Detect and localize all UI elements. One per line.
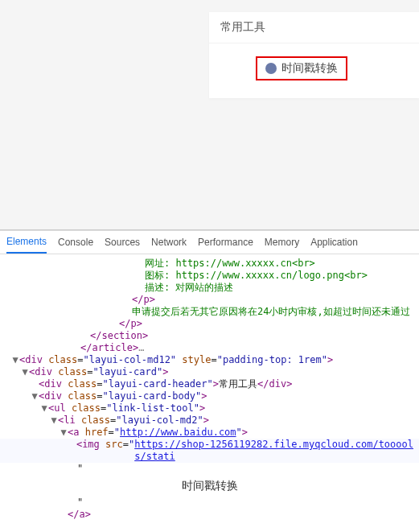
dom-text-quote[interactable]: " bbox=[0, 463, 419, 475]
tab-network[interactable]: Network bbox=[151, 232, 187, 253]
tool-icon bbox=[265, 63, 277, 74]
dom-tree[interactable]: 网址: https://www.xxxxx.cn<br> 图标: https:/… bbox=[0, 254, 419, 521]
collapse-icon[interactable]: ▼ bbox=[31, 390, 39, 402]
dom-text-node[interactable]: 时间戳转换 bbox=[0, 475, 419, 497]
collapse-icon[interactable]: ▼ bbox=[21, 366, 29, 378]
dom-card-body[interactable]: ▼ <div class="layui-card-body"> bbox=[0, 390, 419, 402]
card-header: 常用工具 bbox=[209, 12, 419, 43]
dom-line[interactable]: 描述: 对网站的描述 bbox=[0, 282, 419, 294]
tab-application[interactable]: Application bbox=[310, 232, 358, 253]
tab-console[interactable]: Console bbox=[58, 232, 93, 253]
dom-line[interactable]: </p> bbox=[0, 318, 419, 330]
dom-div-md12[interactable]: ▼ <div class="layui-col-md12" style="pad… bbox=[0, 354, 419, 366]
collapse-icon[interactable]: ▼ bbox=[60, 427, 68, 439]
dom-img[interactable]: <img src="https://shop-1256119282.file.m… bbox=[0, 439, 419, 463]
timestamp-tool-link[interactable]: 时间戳转换 bbox=[256, 56, 347, 80]
tool-card: 常用工具 时间戳转换 bbox=[209, 12, 419, 98]
tab-elements[interactable]: Elements bbox=[6, 231, 47, 254]
dom-ul[interactable]: ▼ <ul class="link-list-tool"> bbox=[0, 402, 419, 414]
dom-card-header-line[interactable]: <div class="layui-card-header">常用工具</div… bbox=[0, 378, 419, 390]
collapse-icon[interactable]: ▼ bbox=[40, 402, 48, 414]
dom-line[interactable]: 申请提交后若无其它原因将在24小时内审核,如超过时间还未通过 bbox=[0, 306, 419, 318]
tab-performance[interactable]: Performance bbox=[198, 232, 253, 253]
tab-sources[interactable]: Sources bbox=[105, 232, 140, 253]
dom-line[interactable]: </article>… bbox=[0, 342, 419, 354]
dom-line[interactable]: </p> bbox=[0, 294, 419, 306]
collapse-icon[interactable]: ▼ bbox=[11, 354, 19, 366]
tool-label: 时间戳转换 bbox=[281, 61, 338, 76]
dom-a[interactable]: ▼ <a href="http://www.baidu.com"> bbox=[0, 427, 419, 439]
dom-div-card[interactable]: ▼ <div class="layui-card"> bbox=[0, 366, 419, 378]
href-link[interactable]: http://www.baidu.com bbox=[120, 427, 236, 439]
card-body: 时间戳转换 bbox=[209, 43, 419, 98]
dom-li[interactable]: ▼ <li class="layui-col-md2"> bbox=[0, 414, 419, 427]
devtools-tabs: Elements Console Sources Network Perform… bbox=[0, 230, 419, 254]
tab-memory[interactable]: Memory bbox=[265, 232, 299, 253]
dom-a-close[interactable]: </a> bbox=[0, 509, 419, 521]
dom-line[interactable]: 网址: https://www.xxxxx.cn<br> bbox=[0, 258, 419, 270]
src-link[interactable]: https://shop-1256119282.file.myqcloud.co… bbox=[134, 439, 419, 463]
dom-line[interactable]: 图标: https://www.xxxxx.cn/logo.png<br> bbox=[0, 270, 419, 282]
dom-line[interactable]: </section> bbox=[0, 330, 419, 342]
dom-text-quote[interactable]: " bbox=[0, 497, 419, 509]
rendered-page-pane: 常用工具 时间戳转换 bbox=[0, 0, 419, 230]
collapse-icon[interactable]: ▼ bbox=[50, 414, 58, 427]
